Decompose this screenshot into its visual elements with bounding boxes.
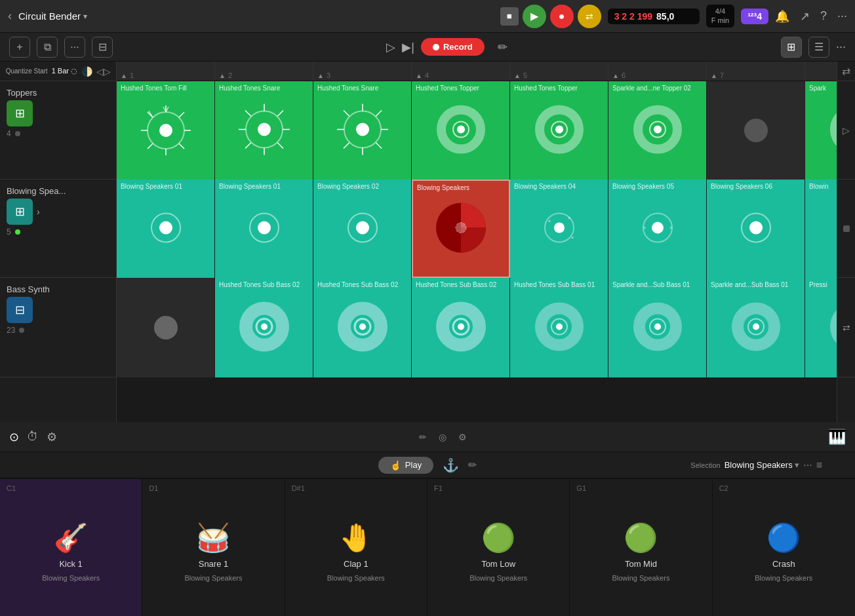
clock-icon[interactable]: ⏱ [27, 430, 39, 444]
clip-sparkle-sub-bass-01-a[interactable]: Sparkle and...Sub Bass 01 [608, 278, 707, 377]
settings-icon[interactable]: ⚙ [458, 432, 467, 442]
selection-more-icon[interactable]: ··· [803, 459, 812, 471]
track-led-toppers[interactable] [15, 131, 20, 136]
play-bottom-button[interactable]: ☝ Play [378, 457, 433, 474]
tom-low-icon: 🟢 [481, 522, 515, 554]
pencil-icon[interactable]: ✏ [498, 40, 507, 54]
pencil-play-icon[interactable]: ✏ [468, 459, 477, 471]
pad-tom-mid[interactable]: G1 🟢 Tom Mid Blowing Speakers [570, 479, 712, 616]
ruler-cell-3: ▲3 [313, 62, 412, 81]
stop-button[interactable]: ■ [500, 7, 519, 26]
pad-name-tom-low: Tom Low [481, 559, 515, 569]
add-track-button[interactable]: + [9, 37, 30, 58]
clip-sub-bass-02-c[interactable]: Hushed Tones Sub Bass 02 [412, 278, 510, 377]
grid-view-button[interactable]: ⊞ [781, 37, 802, 58]
more-icon[interactable]: ··· [837, 9, 847, 23]
clip-hushed-topper-1[interactable]: Hushed Tones Topper [412, 81, 510, 180]
top-bar: ‹ Circuit Bender ▾ ■ ▶ ● ⇄ 3 2 2 199 85,… [0, 0, 855, 33]
quantize-value[interactable]: 1 Bar ◌ [52, 67, 77, 75]
metronome-button[interactable]: ¹²³4 [741, 9, 768, 24]
back-button[interactable]: ‹ [8, 9, 12, 23]
pad-snare-1[interactable]: D1 🥁 Snare 1 Blowing Speakers [142, 479, 285, 616]
svg-point-14 [258, 123, 271, 136]
more-options-button[interactable]: ··· [64, 37, 85, 58]
toolbar2-more-icon[interactable]: ··· [836, 40, 846, 54]
quantize-row: Quantize Start 1 Bar ◌ 🌓 ◁▷ [0, 62, 116, 81]
track-expand-arrow[interactable]: › [37, 206, 40, 217]
track-led-blowing[interactable] [15, 229, 20, 235]
pad-kick-1[interactable]: C1 🎸 Kick 1 Blowing Speakers [0, 479, 142, 616]
loop-icon[interactable]: ⊙ [9, 430, 19, 444]
piano-button[interactable]: 🎹 [828, 429, 846, 446]
clip-blowing-05[interactable]: Blowing Speakers 05 [608, 180, 707, 278]
anchor-icon[interactable]: ⚓ [443, 457, 459, 473]
pad-tom-low[interactable]: F1 🟢 Tom Low Blowing Speakers [428, 479, 570, 616]
clip-hushed-topper-2[interactable]: Hushed Tones Topper [510, 81, 608, 180]
clip-sparkle-topper-02[interactable]: Sparkle and...ne Topper 02 [608, 81, 707, 180]
timecode-value: 3 2 2 199 [614, 11, 652, 22]
ruler-cell-7: ▲7 [707, 62, 805, 81]
loop-button[interactable]: ⇄ [578, 5, 601, 28]
clip-sparkle-sub-bass-01-b[interactable]: Sparkle and...Sub Bass 01 [707, 278, 805, 377]
project-chevron[interactable]: ▾ [83, 12, 87, 21]
pad-note-crash: C2 [719, 484, 728, 492]
share-icon[interactable]: ↗ [800, 9, 810, 24]
clips-area: ▲1 ▲2 ▲3 ▲4 ▲5 ▲6 ▲7 Hushed Tones Tom Fi… [117, 62, 837, 422]
clip-blowing-cut[interactable]: Blowin [805, 180, 837, 278]
clip-hushed-tom-fill[interactable]: Hushed Tones Tom Fill [117, 81, 215, 180]
svg-point-82 [753, 324, 759, 330]
clip-blowing-01-b[interactable]: Blowing Speakers 01 [215, 180, 313, 278]
duplicate-button[interactable]: ⧉ [37, 37, 58, 58]
eq-icon[interactable]: ⚙ [47, 430, 57, 444]
clip-blowing-02[interactable]: Blowing Speakers 02 [313, 180, 412, 278]
moon-icon[interactable]: 🌓 [81, 66, 92, 77]
clip-spark-topper[interactable]: Spark [805, 81, 837, 180]
arrange-icon-button[interactable]: ⊟ [92, 37, 113, 58]
pad-kit-tom-low: Blowing Speakers [469, 574, 527, 582]
pad-note-clap: D#1 [292, 484, 305, 492]
clip-sub-bass-02-b[interactable]: Hushed Tones Sub Bass 02 [313, 278, 412, 377]
play-to-end-icon[interactable]: ▶| [402, 40, 414, 54]
project-title: Circuit Bender [18, 10, 81, 22]
target-icon[interactable]: ◎ [439, 432, 447, 442]
pad-clap-1[interactable]: D#1 🤚 Clap 1 Blowing Speakers [285, 479, 428, 616]
svg-point-47 [258, 221, 271, 235]
clip-hushed-snare-1[interactable]: Hushed Tones Snare [215, 81, 313, 180]
right-side-bass-btn[interactable]: ⇄ [837, 278, 855, 377]
clip-empty-toppers-7[interactable] [707, 81, 805, 180]
selection-settings-icon[interactable]: ≡ [816, 459, 822, 471]
ruler-cell-8 [805, 62, 837, 81]
clip-pressi[interactable]: Pressi [805, 278, 837, 377]
right-side-topper-btn[interactable]: ▷ [837, 81, 855, 180]
svg-point-79 [654, 324, 661, 330]
svg-point-49 [356, 221, 369, 235]
clip-sub-bass-02-a[interactable]: Hushed Tones Sub Bass 02 [215, 278, 313, 377]
svg-point-24 [356, 123, 369, 136]
clip-blowing-04[interactable]: Blowing Speakers 04 [510, 180, 608, 278]
ruler-cell-1: ▲1 [117, 62, 215, 81]
cowbell-icon[interactable]: 🔔 [775, 9, 789, 24]
clip-blowing-06[interactable]: Blowing Speakers 06 [707, 180, 805, 278]
clip-blowing-01-a[interactable]: Blowing Speakers 01 [117, 180, 215, 278]
play-from-start-icon[interactable]: ▷ [386, 40, 395, 54]
clip-hushed-snare-2[interactable]: Hushed Tones Snare [313, 81, 412, 180]
play-button[interactable]: ▶ [523, 5, 546, 28]
clip-sub-bass-01[interactable]: Hushed Tones Sub Bass 01 [510, 278, 608, 377]
track-led-bass[interactable] [19, 328, 24, 333]
list-view-button[interactable]: ☰ [808, 37, 829, 58]
clip-blowing-playing[interactable]: Blowing Speakers [412, 180, 510, 278]
pad-crash[interactable]: C2 🔵 Crash Blowing Speakers [713, 479, 855, 616]
clip-bass-empty[interactable] [117, 278, 215, 377]
right-side-top-icon[interactable]: ⇄ [837, 62, 855, 81]
pencil-bottom-icon[interactable]: ✏ [419, 432, 427, 442]
help-icon[interactable]: ? [820, 9, 827, 23]
record-button[interactable]: ● [550, 5, 574, 28]
stereo-icon[interactable]: ◁▷ [96, 66, 111, 77]
selection-label: Selection [690, 461, 720, 469]
track-number-blowing: 5 [7, 227, 11, 237]
ruler-cell-2: ▲2 [215, 62, 313, 81]
right-side-blowing-btn[interactable] [837, 180, 855, 278]
main-record-button[interactable]: Record [421, 38, 485, 56]
pad-note-snare: D1 [149, 484, 158, 492]
ruler-cell-5: ▲5 [510, 62, 608, 81]
